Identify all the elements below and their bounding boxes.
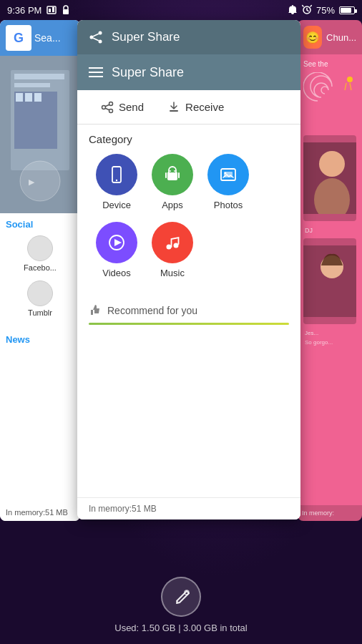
hamburger-menu[interactable] [89,67,103,77]
recommend-divider [89,323,289,325]
svg-text:▶: ▶ [29,177,35,186]
svg-rect-2 [52,7,54,12]
svg-point-17 [99,31,102,35]
right-app-name: Chun... [326,32,356,43]
left-card-image: ▶ [0,56,80,213]
recommend-section: Recommend for you [77,298,300,323]
category-section: Category Device [77,125,300,298]
svg-point-38 [167,245,172,250]
taskbar-bottom: Used: 1.50 GB | 3.00 GB in total [0,572,362,644]
android-icon [162,164,183,185]
svg-point-23 [102,105,106,109]
category-device[interactable]: Device [89,154,145,210]
receive-button[interactable]: Receive [155,94,235,120]
smartphone-icon [106,164,127,185]
battery-percent: 75% [316,5,335,16]
right-app-card: 😊 Chun... See the DJ Jes... So gorg [298,20,362,521]
receive-icon [167,100,181,114]
status-bar: 9:36 PM 75% [0,0,362,20]
svg-point-16 [33,286,47,301]
clean-button[interactable] [161,577,201,617]
right-image-1 [303,135,356,221]
svg-rect-27 [170,110,178,112]
search-text: Sea... [34,32,61,44]
music-icon-bg [152,222,193,263]
google-logo: G [6,25,31,51]
category-music[interactable]: Music [145,222,200,278]
right-card-body: See the DJ Jes... So gorgo... [298,54,362,353]
category-label: Category [89,133,289,145]
see-text: See the [303,60,356,68]
super-share-card: Super Share Super Share Send Receive [77,20,300,519]
alarm-icon [302,4,312,16]
send-button[interactable]: Send [89,94,155,120]
news-tab-label: News [0,331,80,348]
time-display: 9:36 PM [7,5,41,16]
notification-icon [288,4,298,16]
svg-point-40 [347,77,353,82]
building-image: ▶ [0,56,80,213]
svg-line-25 [105,104,109,107]
right-memory-label: In memory: [298,505,362,521]
category-apps[interactable]: Apps [145,154,200,210]
sim-icon [46,5,57,15]
svg-rect-0 [47,6,56,14]
svg-rect-1 [49,9,51,12]
girl-subcaption: So gorgo... [303,338,356,347]
girl-image [303,245,356,317]
svg-point-42 [319,151,345,177]
svg-point-13 [20,161,60,201]
facebook-avatar [27,235,53,261]
play-icon [106,232,127,253]
svg-rect-11 [25,93,32,102]
status-right: 75% [288,4,355,16]
right-card-header: 😊 Chun... [298,20,362,54]
device-icon-bg [96,154,137,195]
battery-icon [339,6,355,14]
header-title: Super Share [112,65,184,80]
svg-point-36 [225,172,227,175]
svg-rect-8 [14,83,50,87]
thumbs-up-icon [89,304,102,317]
svg-line-21 [93,38,99,41]
music-label: Music [160,268,185,278]
status-left: 9:36 PM [7,5,70,16]
svg-rect-12 [34,93,41,102]
send-icon [100,100,114,114]
videos-icon-bg [96,222,137,263]
tumblr-item: Tumblr [6,280,74,317]
svg-point-39 [174,243,179,248]
photos-label: Photos [214,200,243,210]
svg-line-26 [105,108,109,110]
svg-point-24 [109,109,113,112]
svg-line-20 [93,34,99,36]
dj-caption: DJ [303,225,356,235]
send-label: Send [119,101,144,113]
right-image-2 [303,238,356,324]
facebook-item: Facebo... [6,235,74,272]
card-header: Super Share [77,54,300,90]
device-label: Device [102,200,131,210]
person-image [303,142,356,214]
lock-icon [62,5,70,15]
svg-rect-10 [16,93,23,102]
left-card-memory: In memory:51 MB [0,504,80,521]
social-section: Social Facebo... Tumblr [0,213,80,331]
videos-label: Videos [102,268,131,278]
apps-label: Apps [162,200,183,210]
topbar-app-title: Super Share [112,30,180,44]
svg-point-18 [90,36,94,39]
category-grid: Device Apps [89,154,289,290]
svg-rect-7 [14,74,64,79]
total-memory-label: Used: 1.50 GB | 3.00 GB in total [114,623,247,633]
chun-app-icon: 😊 [303,26,322,49]
svg-point-22 [109,102,113,105]
app-topbar: Super Share [77,20,300,54]
recommend-label: Recommend for you [107,305,197,316]
category-photos[interactable]: Photos [200,154,256,210]
svg-point-19 [99,40,102,44]
category-videos[interactable]: Videos [89,222,145,278]
girl-caption: Jes... [303,328,356,338]
spiral-decoration [303,72,361,130]
tumblr-avatar [27,280,53,306]
